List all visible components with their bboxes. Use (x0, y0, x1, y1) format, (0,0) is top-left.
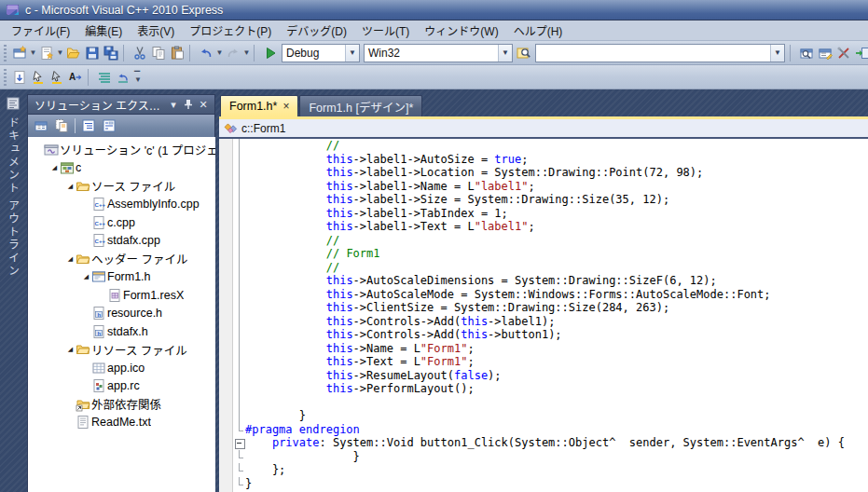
code-line-11[interactable]: this->AutoScaleDimensions = System::Draw… (219, 274, 868, 288)
code-line-10[interactable]: // (219, 261, 868, 275)
paste-icon[interactable] (168, 44, 186, 62)
add-new-item-icon[interactable] (37, 44, 56, 62)
undo-layout-icon[interactable] (114, 68, 132, 87)
tree-item-assemblyinfo.cpp[interactable]: C++AssemblyInfo.cpp (28, 196, 215, 214)
close-icon[interactable]: ✕ (196, 97, 211, 112)
properties-icon[interactable] (32, 116, 50, 135)
copy-icon[interactable] (149, 44, 168, 62)
code-line-4[interactable]: this->label1->Name = L"label1"; (219, 180, 868, 194)
code-line-17[interactable]: this->Text = L"Form1"; (219, 355, 868, 369)
code-line-6[interactable]: this->label1->TabIndex = 1; (219, 207, 868, 221)
editor-navigation-bar[interactable]: c::Form1 (219, 119, 868, 139)
tools-icon[interactable] (834, 44, 853, 62)
expanded-arrow-icon[interactable]: ◢ (65, 183, 76, 190)
open-file-icon[interactable] (64, 44, 83, 62)
code-line-22[interactable]: #pragma endregion (219, 423, 868, 437)
code-line-18[interactable]: this->ResumeLayout(false); (219, 369, 868, 383)
code-line-1[interactable]: // (219, 139, 868, 153)
tree-item-c.cpp[interactable]: C++c.cpp (28, 213, 215, 232)
menu-item-2[interactable]: 表示(V) (130, 20, 182, 40)
code-line-14[interactable]: this->Controls->Add(this->label1); (219, 315, 868, 329)
test-dialog-icon[interactable] (10, 68, 29, 87)
expanded-arrow-icon[interactable]: ◢ (81, 273, 91, 280)
redo-icon[interactable] (224, 44, 242, 62)
expanded-arrow-icon[interactable]: ◢ (65, 255, 76, 263)
tree-item--[interactable]: ◢ヘッダー ファイル (28, 250, 215, 268)
code-line-19[interactable]: this->PerformLayout(); (219, 382, 868, 396)
code-line-26[interactable]: } (219, 477, 868, 491)
tree-item-stdafx.cpp[interactable]: C++stdafx.cpp (28, 232, 215, 251)
document-outline-tab[interactable]: ドキュメント アウトライン (6, 116, 21, 278)
new-project-icon[interactable] (10, 44, 29, 62)
code-line-5[interactable]: this->label1->Size = System::Drawing::Si… (219, 193, 868, 207)
import-export-settings-icon[interactable] (853, 44, 868, 62)
tree-item-form1.resx[interactable]: Form1.resX (28, 286, 215, 305)
undo-dropdown-icon[interactable]: ▼ (215, 44, 224, 62)
redo-dropdown-icon[interactable]: ▼ (242, 44, 251, 62)
code-line-23[interactable]: private: System::Void button1_Click(Syst… (219, 436, 868, 450)
save-all-icon[interactable] (102, 44, 120, 62)
tree-item-form1.h[interactable]: ◢Form1.h (28, 268, 215, 287)
title-bar[interactable]: c - Microsoft Visual C++ 2010 Express (0, 0, 868, 20)
properties-window-icon[interactable] (816, 44, 834, 62)
code-line-20[interactable] (219, 396, 868, 410)
tree-item-readme.txt[interactable]: ReadMe.txt (28, 414, 215, 432)
collapse-all-icon[interactable] (79, 116, 98, 135)
menu-item-7[interactable]: ヘルプ(H) (506, 20, 571, 40)
pointer-tool-icon[interactable] (48, 68, 66, 87)
cut-icon[interactable] (131, 44, 149, 62)
undo-icon[interactable] (197, 44, 215, 62)
expanded-arrow-icon[interactable]: ◢ (49, 164, 60, 171)
menu-item-3[interactable]: プロジェクト(P) (182, 20, 279, 40)
pin-icon[interactable] (181, 97, 196, 112)
menu-item-1[interactable]: 編集(E) (77, 20, 130, 40)
document-tab-0[interactable]: Form1.h*× (220, 95, 298, 116)
menu-item-5[interactable]: ツール(T) (354, 20, 417, 40)
tree-item--c-1-[interactable]: ソリューション 'c' (1 プロジェ (28, 141, 215, 159)
show-all-files-icon[interactable] (52, 116, 71, 135)
code-line-15[interactable]: this->Controls->Add(this->button1); (219, 328, 868, 342)
menu-item-6[interactable]: ウィンドウ(W) (417, 20, 505, 40)
configuration-combo[interactable]: Debug▼ (282, 44, 360, 62)
code-line-21[interactable]: } (219, 409, 868, 423)
code-editor[interactable]: // this->label1->AutoSize = true; this->… (219, 139, 868, 492)
expanded-arrow-icon[interactable]: ◢ (65, 346, 76, 353)
tree-item-stdafx.h[interactable]: hstdafx.h (28, 322, 215, 341)
code-line-3[interactable]: this->label1->Location = System::Drawing… (219, 166, 868, 180)
tab-close-icon[interactable]: × (282, 101, 289, 112)
platform-combo[interactable]: Win32▼ (364, 44, 513, 62)
platform-combo-dropdown-icon[interactable]: ▼ (498, 45, 512, 62)
new-project-dropdown-icon[interactable]: ▼ (29, 44, 37, 62)
code-line-8[interactable]: // (219, 234, 868, 248)
toolbar-grip[interactable] (2, 69, 8, 86)
add-new-item-dropdown-icon[interactable]: ▼ (56, 44, 64, 62)
document-outline-icon[interactable] (6, 96, 21, 111)
code-line-13[interactable]: this->ClientSize = System::Drawing::Size… (219, 301, 868, 315)
code-line-25[interactable]: }; (219, 463, 868, 477)
start-debugging-icon[interactable] (261, 44, 280, 62)
tree-item--[interactable]: 外部依存関係 (28, 395, 215, 414)
code-line-9[interactable]: // Form1 (219, 247, 868, 261)
fold-collapse-icon[interactable] (233, 436, 245, 450)
save-icon[interactable] (83, 44, 102, 62)
configuration-combo-dropdown-icon[interactable]: ▼ (345, 45, 359, 62)
outline-view-icon[interactable] (100, 116, 118, 135)
solution-explorer-header[interactable]: ソリューション エクス… ▾ ✕ (27, 94, 215, 115)
document-tab-1[interactable]: Form1.h [デザイン]* (299, 95, 422, 116)
tree-item--[interactable]: ◢リソース ファイル (28, 341, 215, 360)
code-line-24[interactable]: } (219, 450, 868, 464)
find-in-files-icon[interactable] (515, 44, 533, 62)
code-line-16[interactable]: this->Name = L"Form1"; (219, 342, 868, 356)
guide-lines-icon[interactable] (95, 68, 114, 87)
code-line-2[interactable]: this->label1->AutoSize = true; (219, 153, 868, 167)
menu-item-4[interactable]: デバッグ(D) (279, 20, 354, 40)
tree-item-app.ico[interactable]: app.ico (28, 359, 215, 377)
code-line-12[interactable]: this->AutoScaleMode = System::Windows::F… (219, 288, 868, 302)
tree-item-c[interactable]: ◢c (28, 159, 215, 178)
find-combo[interactable]: ▼ (535, 44, 785, 62)
window-position-icon[interactable]: ▾ (166, 97, 181, 112)
find-combo-dropdown-icon[interactable]: ▼ (770, 45, 784, 62)
toolbar-overflow-icon[interactable]: ▔▼ (132, 68, 144, 87)
menu-item-0[interactable]: ファイル(F) (4, 20, 77, 40)
code-line-7[interactable]: this->label1->Text = L"label1"; (219, 220, 868, 234)
